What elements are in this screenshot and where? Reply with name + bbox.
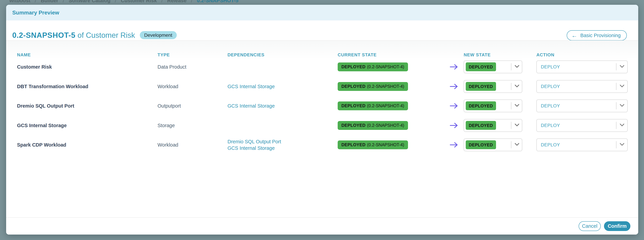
action-select[interactable]: DEPLOY bbox=[536, 100, 628, 112]
current-state-version: (0.2-SNAPSHOT-4) bbox=[367, 103, 404, 108]
table-row: Spark CDP Workload Workload Dremio SQL O… bbox=[6, 135, 638, 154]
release-version: 0.2-SNAPSHOT-5 bbox=[12, 31, 76, 39]
breadcrumb-item[interactable]: Release bbox=[167, 0, 186, 4]
chevron-down-icon bbox=[620, 143, 624, 146]
transition-arrow-icon bbox=[450, 64, 458, 70]
chevron-down-icon bbox=[515, 84, 519, 88]
current-state-label: DEPLOYED bbox=[342, 142, 366, 147]
select-divider bbox=[616, 102, 616, 110]
new-state-value: DEPLOYED bbox=[466, 140, 496, 149]
component-name: DBT Transformation Workload bbox=[17, 84, 88, 89]
breadcrumb: witboost / Builder / Software Catalog / … bbox=[9, 0, 238, 4]
breadcrumb-item[interactable]: witboost bbox=[9, 0, 30, 4]
select-divider bbox=[511, 63, 511, 70]
current-state-badge: DEPLOYED (0.2-SNAPSHOT-4) bbox=[338, 82, 408, 91]
new-state-select[interactable]: DEPLOYED bbox=[464, 100, 522, 112]
chevron-down-icon bbox=[620, 65, 624, 68]
action-value: DEPLOY bbox=[541, 64, 560, 70]
component-name: GCS Internal Storage bbox=[17, 122, 67, 128]
action-value: DEPLOY bbox=[541, 142, 560, 148]
back-arrow-icon: ← bbox=[572, 32, 577, 38]
component-type: Outputport bbox=[158, 103, 181, 108]
dependencies-cell: GCS Internal Storage bbox=[228, 103, 275, 109]
new-state-select[interactable]: DEPLOYED bbox=[464, 138, 522, 151]
release-product-name: Customer Risk bbox=[86, 31, 135, 39]
breadcrumb-item[interactable]: Builder bbox=[41, 0, 58, 4]
dependency-link[interactable]: GCS Internal Storage bbox=[228, 103, 275, 109]
new-state-value: DEPLOYED bbox=[466, 102, 496, 110]
component-type: Data Product bbox=[158, 64, 186, 70]
component-name: Dremio SQL Output Port bbox=[17, 103, 74, 108]
table-row: DBT Transformation Workload Workload GCS… bbox=[6, 76, 638, 96]
action-select[interactable]: DEPLOY bbox=[536, 138, 628, 151]
new-state-select[interactable]: DEPLOYED bbox=[464, 60, 522, 73]
dependency-link[interactable]: GCS Internal Storage bbox=[228, 145, 281, 151]
breadcrumb-item[interactable]: Software Catalog bbox=[68, 0, 110, 4]
select-divider bbox=[511, 102, 511, 110]
table-row: Dremio SQL Output Port Outputport GCS In… bbox=[6, 96, 638, 116]
table-row: Customer Risk Data Product DEPLOYED (0.2… bbox=[6, 57, 638, 76]
new-state-value: DEPLOYED bbox=[466, 62, 496, 71]
dependencies-cell: GCS Internal Storage bbox=[228, 83, 275, 90]
select-divider bbox=[511, 83, 511, 90]
environment-badge: Development bbox=[140, 31, 177, 39]
modal-header: Summary Preview bbox=[6, 5, 638, 20]
new-state-value: DEPLOYED bbox=[466, 82, 496, 91]
release-title: 0.2-SNAPSHOT-5 of Customer Risk bbox=[12, 31, 135, 40]
component-type: Workload bbox=[158, 84, 178, 89]
column-header-current-state: CURRENT STATE bbox=[338, 52, 377, 58]
basic-provisioning-label: Basic Provisioning bbox=[580, 33, 621, 38]
component-name: Spark CDP Workload bbox=[17, 142, 66, 148]
action-select[interactable]: DEPLOY bbox=[536, 80, 628, 93]
new-state-select[interactable]: DEPLOYED bbox=[464, 80, 522, 93]
breadcrumb-separator: / bbox=[161, 0, 163, 4]
current-state-version: (0.2-SNAPSHOT-4) bbox=[367, 64, 404, 69]
chevron-down-icon bbox=[515, 143, 519, 146]
current-state-badge: DEPLOYED (0.2-SNAPSHOT-4) bbox=[338, 140, 408, 149]
dependency-link[interactable]: Dremio SQL Output Port bbox=[228, 138, 281, 145]
chevron-down-icon bbox=[515, 124, 519, 127]
breadcrumb-separator: / bbox=[115, 0, 116, 4]
select-divider bbox=[616, 63, 616, 70]
cancel-button[interactable]: Cancel bbox=[578, 221, 601, 231]
chevron-down-icon bbox=[620, 104, 624, 108]
summary-preview-modal: Summary Preview 0.2-SNAPSHOT-5 of Custom… bbox=[6, 5, 638, 234]
release-title-connector: of bbox=[78, 31, 84, 39]
current-state-badge: DEPLOYED (0.2-SNAPSHOT-4) bbox=[338, 62, 408, 71]
chevron-down-icon bbox=[515, 65, 519, 68]
confirm-button[interactable]: Confirm bbox=[604, 221, 630, 231]
dependencies-cell: Dremio SQL Output Port GCS Internal Stor… bbox=[228, 138, 281, 151]
transition-arrow-icon bbox=[450, 103, 458, 109]
breadcrumb-separator: / bbox=[191, 0, 192, 4]
basic-provisioning-button[interactable]: ← Basic Provisioning bbox=[567, 30, 627, 40]
chevron-down-icon bbox=[620, 84, 624, 88]
select-divider bbox=[616, 141, 616, 148]
modal-title: Summary Preview bbox=[12, 10, 59, 16]
current-state-label: DEPLOYED bbox=[342, 123, 366, 128]
action-select[interactable]: DEPLOY bbox=[536, 60, 628, 73]
table-row: GCS Internal Storage Storage DEPLOYED (0… bbox=[6, 116, 638, 135]
current-state-label: DEPLOYED bbox=[342, 103, 366, 108]
breadcrumb-separator: / bbox=[63, 0, 64, 4]
breadcrumb-item-current[interactable]: 0.2-SNAPSHOT-5 bbox=[197, 0, 238, 4]
column-header-type: TYPE bbox=[158, 52, 170, 58]
new-state-select[interactable]: DEPLOYED bbox=[464, 119, 522, 132]
chevron-down-icon bbox=[620, 124, 624, 127]
select-divider bbox=[616, 122, 616, 129]
select-divider bbox=[511, 141, 511, 148]
action-value: DEPLOY bbox=[541, 123, 560, 128]
current-state-badge: DEPLOYED (0.2-SNAPSHOT-4) bbox=[338, 121, 408, 130]
dependency-link[interactable]: GCS Internal Storage bbox=[228, 83, 275, 90]
transition-arrow-icon bbox=[450, 142, 458, 148]
action-select[interactable]: DEPLOY bbox=[536, 119, 628, 132]
component-type: Workload bbox=[158, 142, 178, 148]
column-header-new-state: NEW STATE bbox=[464, 52, 490, 58]
action-value: DEPLOY bbox=[541, 84, 560, 89]
breadcrumb-item[interactable]: Customer Risk bbox=[121, 0, 157, 4]
deployment-table: NAME TYPE DEPENDENCIES CURRENT STATE NEW… bbox=[6, 40, 638, 217]
modal-footer: Cancel Confirm bbox=[6, 217, 638, 234]
transition-arrow-icon bbox=[450, 122, 458, 128]
transition-arrow-icon bbox=[450, 84, 458, 89]
component-name: Customer Risk bbox=[17, 64, 52, 70]
current-state-version: (0.2-SNAPSHOT-4) bbox=[367, 142, 404, 147]
